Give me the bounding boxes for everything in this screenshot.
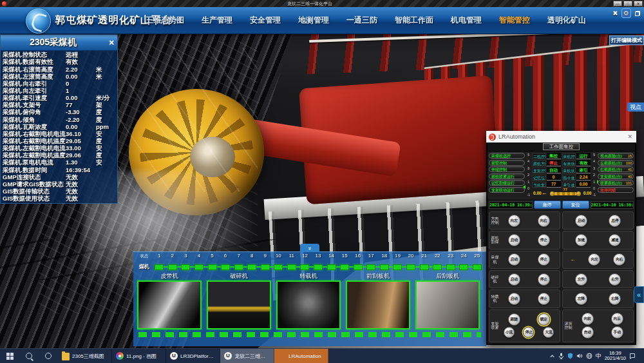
mode-button[interactable]: 急停闭锁 <box>598 187 634 193</box>
taskbar-item[interactable]: ULR3DPlatform - U... <box>166 349 220 363</box>
tab-workface-control[interactable]: 工作面集控 <box>543 143 580 150</box>
support-status-block[interactable] <box>300 264 309 270</box>
support-status-block[interactable] <box>194 264 204 270</box>
round-button-停止[interactable]: 停止 <box>538 234 550 246</box>
support-status-block[interactable] <box>406 264 415 270</box>
emergency-stop-button[interactable]: 急停 <box>534 201 561 209</box>
round-button-启动[interactable]: 启动 <box>508 293 520 305</box>
round-button-停止[interactable]: 停止 <box>538 253 550 266</box>
viewpoint-tab[interactable]: 视点 <box>627 103 644 112</box>
support-status-block[interactable] <box>261 264 270 270</box>
round-button-向左[interactable]: 向左 <box>508 215 520 227</box>
support-status-block[interactable] <box>446 264 455 270</box>
support-status-block[interactable] <box>340 264 349 270</box>
nav-item-安全管理[interactable]: 安全管理 <box>250 15 281 26</box>
nav-item-智能工作面[interactable]: 智能工作面 <box>395 15 433 26</box>
mode-button[interactable]: 喷雾跟机(自)101 <box>598 180 634 186</box>
network-globe-icon[interactable] <box>586 353 592 359</box>
taskbar-item[interactable]: 2305三维截图 <box>58 349 112 363</box>
round-button-右升[interactable]: 右升 <box>609 273 621 286</box>
taskbar-item[interactable]: U龙软二三维一体化... <box>220 349 274 363</box>
round-button-向后[interactable]: 向后 <box>611 313 623 325</box>
nav-item-地测管理[interactable]: 地测管理 <box>298 15 329 26</box>
nav-item-一通三防[interactable]: 一通三防 <box>346 15 377 26</box>
reset-button[interactable]: 复位 <box>562 201 589 209</box>
round-button-停止[interactable]: 停止 <box>523 327 534 338</box>
round-button-小流[interactable]: 小流 <box>504 327 515 338</box>
mode-button[interactable]: 视点跟随(自)15 <box>598 153 634 159</box>
round-button-右降[interactable]: 右降 <box>609 293 621 305</box>
round-button-启动[interactable]: 启动 <box>575 215 587 227</box>
support-status-block[interactable] <box>366 264 375 270</box>
round-button-手动[interactable]: 手动 <box>611 326 623 338</box>
microphone-icon[interactable] <box>558 353 564 359</box>
open-edit-mode-button[interactable]: 打开编辑模式 <box>609 35 644 45</box>
taskbar-clock[interactable]: 16:39 2021/4/10 <box>605 351 626 362</box>
support-status-block[interactable] <box>208 264 217 270</box>
ime-indicator[interactable]: 中 <box>596 352 601 360</box>
round-button-启动[interactable]: 启动 <box>508 253 520 266</box>
support-status-block[interactable] <box>380 264 389 270</box>
window-titlebar[interactable]: 龙软二三维一体化平台 — □ ✕ <box>0 0 644 7</box>
support-status-block[interactable] <box>181 264 190 270</box>
round-button-总停[interactable]: 总停 <box>609 215 621 227</box>
mode-button[interactable]: 支架联动运行 <box>489 187 525 193</box>
nav-item-三维态势图[interactable]: 三维态势图 <box>146 15 184 26</box>
mode-button[interactable]: 右截跟机(自)41 <box>598 166 634 172</box>
nav-item-智能管控[interactable]: 智能管控 <box>499 15 530 26</box>
mode-button[interactable]: 跟机喷雾运行 <box>489 173 525 179</box>
support-status-block[interactable] <box>155 264 164 270</box>
tray-chevron-up-icon[interactable] <box>549 353 555 359</box>
start-button[interactable] <box>0 349 19 363</box>
support-status-block[interactable] <box>354 264 363 270</box>
round-button-左升[interactable]: 左升 <box>575 273 587 286</box>
close-button[interactable]: ✕ <box>634 1 643 6</box>
mode-button[interactable]: 采煤机远控 <box>489 153 525 159</box>
restore-view-icon[interactable] <box>633 9 641 17</box>
mode-button[interactable]: 记忆割煤运行 <box>489 180 525 186</box>
round-button-减速[interactable]: 减速 <box>609 234 621 246</box>
close-icon[interactable]: ✕ <box>106 39 117 47</box>
round-button-向前[interactable]: 向前 <box>582 313 594 325</box>
gear-icon[interactable]: ⚙ <box>621 8 631 18</box>
camera-thumb[interactable] <box>137 280 202 329</box>
support-status-block[interactable] <box>234 264 243 270</box>
taskbar-item[interactable]: LRAutomation <box>274 349 328 363</box>
round-button-向左[interactable]: 向左 <box>588 253 600 266</box>
support-status-block[interactable] <box>314 264 323 270</box>
panel-collapse-tab[interactable]: » <box>300 244 319 252</box>
nav-item-透明化矿山[interactable]: 透明化矿山 <box>547 15 586 26</box>
camera-thumb[interactable] <box>276 280 341 329</box>
close-icon[interactable]: ✕ <box>626 133 634 140</box>
support-status-block[interactable] <box>420 264 429 270</box>
support-status-block[interactable] <box>393 264 402 270</box>
round-button-锁定[interactable]: 锁定 <box>538 313 550 326</box>
support-status-block[interactable] <box>473 264 482 270</box>
mode-button[interactable]: 摇臂控制 <box>489 160 525 166</box>
lra-titlebar[interactable]: LRAutomation ✕ <box>486 131 636 142</box>
camera-thumb[interactable] <box>415 280 480 329</box>
round-button-启动[interactable]: 启动 <box>508 273 520 286</box>
collapse-left-icon[interactable]: « <box>634 286 644 303</box>
mode-button[interactable]: 支架跟机(自)40 <box>598 173 634 179</box>
maximize-button[interactable]: □ <box>623 1 632 6</box>
support-status-block[interactable] <box>459 264 468 270</box>
nav-item-生产管理[interactable]: 生产管理 <box>202 15 232 26</box>
shield-icon[interactable] <box>567 353 573 359</box>
support-status-block[interactable] <box>433 264 442 270</box>
support-status-block[interactable] <box>287 264 296 270</box>
round-button-向右[interactable]: 向右 <box>613 253 625 266</box>
round-button-启动[interactable]: 启动 <box>508 234 520 246</box>
support-status-block[interactable] <box>221 264 230 270</box>
camera-thumb[interactable] <box>346 280 410 329</box>
support-status-block[interactable] <box>274 264 283 270</box>
mode-button[interactable]: 左截跟机(自)100 <box>598 160 634 166</box>
notification-center-icon[interactable] <box>629 353 636 359</box>
nav-item-机电管理[interactable]: 机电管理 <box>451 15 482 26</box>
round-button-跟随[interactable]: 跟随 <box>508 313 520 326</box>
round-button-大流[interactable]: 大流 <box>543 327 554 338</box>
support-status-block[interactable] <box>168 264 177 270</box>
mode-button[interactable]: 伸缩控制 <box>489 166 525 172</box>
cortana-button[interactable] <box>39 349 58 363</box>
camera-thumb[interactable] <box>207 280 271 329</box>
